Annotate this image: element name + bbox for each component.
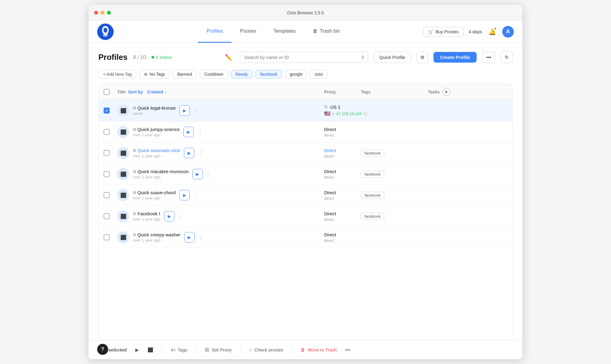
- row-6-tags: facebook: [361, 213, 428, 219]
- row-5-profile-icon: ⊞: [133, 190, 136, 195]
- row-1-proxy-refresh-icon: ↻: [324, 104, 328, 110]
- nav-trash[interactable]: 🗑 Trash bin: [304, 21, 349, 43]
- row-6-more-button[interactable]: ⋮: [177, 212, 185, 220]
- avatar-label: A: [506, 28, 510, 35]
- copy-profile-button[interactable]: ⧉: [417, 52, 428, 63]
- row-1-name: ⊞ Quick legal-bronze: [133, 105, 176, 111]
- select-all-checkbox[interactable]: [104, 89, 110, 95]
- row-1-proxy-name: ↻ US 1: [324, 104, 361, 110]
- row-7-more-button[interactable]: ⋮: [197, 233, 205, 241]
- avatar-button[interactable]: A: [502, 26, 514, 38]
- row-4-more-button[interactable]: ⋮: [205, 170, 213, 178]
- row-2-more-button[interactable]: ⋮: [196, 128, 204, 136]
- content-area: Profiles 8 / 10 0 online ✏️ ⊻ Quick Prof…: [89, 43, 522, 340]
- notifications-button[interactable]: 🔔: [487, 27, 497, 37]
- row-1-more-button[interactable]: ⋮: [192, 107, 200, 115]
- toolbar-more-section[interactable]: •••: [345, 347, 350, 352]
- row-5-name-wrap: ⊞ Quick suave-chord over 1 year ago: [133, 190, 176, 200]
- days-badge: 4 days: [469, 29, 482, 34]
- add-task-button[interactable]: +: [442, 88, 450, 96]
- tag-ready-label: Ready: [236, 72, 248, 77]
- move-to-trash-section[interactable]: 🗑 Move to Trash: [301, 347, 337, 352]
- row-4-tags: facebook: [361, 171, 428, 177]
- copy-icon: ⧉: [421, 55, 424, 60]
- sort-control[interactable]: Sort by Created ↓: [128, 89, 167, 94]
- row-5-tags: facebook: [361, 192, 428, 198]
- row-6-proxy: Direct direct: [324, 211, 361, 222]
- buy-proxies-button[interactable]: 🛒 Buy Proxies: [423, 27, 464, 37]
- stop-icon: ⬛: [148, 347, 153, 353]
- row-5-date: over 1 year ago: [133, 196, 176, 200]
- tag-octo[interactable]: octo: [310, 70, 327, 78]
- tag-google[interactable]: google: [285, 70, 307, 78]
- trash-icon: 🗑: [313, 28, 318, 34]
- row-1-profile-icon: ⊞: [133, 106, 136, 110]
- refresh-button[interactable]: ↻: [501, 51, 513, 63]
- row-2-play-button[interactable]: ▶: [183, 127, 194, 137]
- row-7-play-button[interactable]: ▶: [184, 232, 195, 242]
- row-7-name: ⊞ Quick creepy-washer: [133, 232, 181, 237]
- play-section[interactable]: ▶: [135, 347, 139, 353]
- search-input[interactable]: [240, 52, 368, 63]
- row-4-proxy: Direct direct: [324, 169, 361, 180]
- col-tags-label: Tags: [361, 89, 371, 94]
- row-1-checkbox[interactable]: [104, 107, 110, 114]
- edit-button[interactable]: ✏️: [223, 52, 234, 63]
- search-bar: ⊻: [240, 52, 368, 63]
- tag-ready[interactable]: Ready: [231, 70, 252, 78]
- tag-badge-facebook: facebook: [361, 213, 384, 220]
- check-proxies-section[interactable]: ○ Check proxies: [249, 347, 283, 352]
- row-5-proxy-sub: direct: [324, 196, 361, 201]
- row-3-name[interactable]: ⊞ Quick axiomatic-click: [133, 148, 180, 153]
- row-3-avatar: ⬛: [117, 147, 129, 159]
- help-button[interactable]: ?: [97, 344, 108, 355]
- stop-section[interactable]: ⬛: [148, 347, 153, 353]
- divider-4: [292, 346, 292, 354]
- set-proxy-section[interactable]: ⛓ Set Proxy: [205, 347, 232, 352]
- col-proxy-header: Proxy: [324, 89, 361, 94]
- row-3-play-button[interactable]: ▶: [184, 148, 194, 158]
- create-profile-button[interactable]: Create Profile: [434, 52, 477, 63]
- tag-no-tags-label: No Tags: [149, 72, 165, 77]
- tag-no-tags[interactable]: ⊘ No Tags: [139, 70, 170, 78]
- nav-proxies[interactable]: Proxies: [232, 21, 265, 43]
- nav-profiles[interactable]: Profiles: [198, 21, 231, 43]
- tag-banned[interactable]: Banned: [173, 70, 196, 78]
- nav-templates[interactable]: Templates: [265, 21, 304, 43]
- row-7-checkbox[interactable]: [104, 234, 110, 240]
- divider-2: [196, 346, 196, 354]
- row-5-play-button[interactable]: ▶: [179, 190, 190, 200]
- row-3-more-button[interactable]: ⋮: [197, 149, 205, 157]
- row-4-checkbox[interactable]: [104, 171, 110, 177]
- online-count: 0 online: [156, 55, 172, 60]
- row-4-avatar: ⬛: [117, 168, 129, 180]
- maximize-button[interactable]: [107, 11, 111, 15]
- tag-cooldown[interactable]: Cooldown: [200, 70, 228, 78]
- row-1-flag-icon: 🇺🇸: [324, 111, 331, 117]
- minimize-button[interactable]: [101, 11, 104, 15]
- row-6-play-button[interactable]: ▶: [164, 211, 174, 221]
- row-5-more-button[interactable]: ⋮: [192, 191, 200, 199]
- quick-profile-button[interactable]: Quick Profile: [374, 52, 411, 63]
- row-1-ip-info-icon[interactable]: ⓘ: [363, 111, 367, 117]
- row-1-play-button[interactable]: ▶: [179, 105, 190, 116]
- row-6-checkbox[interactable]: [104, 213, 110, 219]
- row-5-checkbox[interactable]: [104, 192, 110, 198]
- app-logo: [97, 24, 114, 40]
- divider-1: [162, 346, 162, 354]
- row-3-checkbox[interactable]: [104, 150, 110, 156]
- row-1-ip-address: 47.233.14.144: [336, 111, 361, 116]
- filter-icon[interactable]: ⊻: [361, 55, 364, 60]
- tags-section[interactable]: 🏷 Tags: [171, 347, 188, 352]
- table-row: ⬛ ⊞ Quick axiomatic-click over 1 year ag…: [99, 143, 512, 164]
- more-options-button[interactable]: •••: [482, 52, 495, 63]
- row-2-checkbox[interactable]: [104, 129, 110, 135]
- row-4-play-button[interactable]: ▶: [192, 169, 203, 179]
- nav-items: Profiles Proxies Templates 🗑 Trash bin: [123, 21, 423, 43]
- add-tag-button[interactable]: + Add New Tag: [98, 70, 136, 78]
- tag-octo-label: octo: [315, 72, 323, 77]
- row-3-proxy-name[interactable]: Direct: [324, 148, 361, 153]
- row-6-name-wrap: ⊞ Facebook I over 1 year ago: [133, 211, 160, 221]
- tag-facebook[interactable]: facebook: [255, 70, 282, 78]
- close-button[interactable]: [94, 11, 98, 15]
